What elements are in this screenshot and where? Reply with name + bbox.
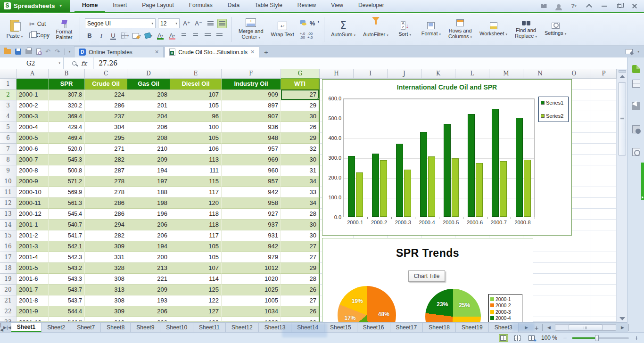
cell-G3[interactable]: 29: [281, 100, 320, 111]
collapse-ribbon-icon[interactable]: [585, 2, 593, 10]
save-icon[interactable]: [15, 49, 21, 55]
row-header-3[interactable]: 3: [0, 100, 17, 111]
decrease-font-icon[interactable]: A⁻: [194, 19, 203, 28]
cell-O16[interactable]: [557, 241, 591, 252]
cell-P13[interactable]: [591, 209, 617, 220]
column-header-M[interactable]: M: [489, 69, 523, 79]
more-options-icon[interactable]: ▾: [637, 50, 639, 54]
cell-P15[interactable]: [591, 230, 617, 241]
column-header-F[interactable]: F: [222, 69, 281, 79]
cell-C22[interactable]: 309: [85, 306, 127, 317]
cell-G6[interactable]: 29: [281, 133, 320, 144]
cell-F10[interactable]: 957: [222, 176, 281, 187]
cell-P11[interactable]: [591, 187, 617, 198]
cell-P12[interactable]: [591, 198, 617, 209]
cell-E12[interactable]: 120: [170, 198, 222, 209]
column-header-E[interactable]: E: [170, 69, 222, 79]
highlight-color-icon[interactable]: A▾: [167, 31, 177, 41]
select-tool-icon[interactable]: [632, 102, 640, 110]
cell-B12[interactable]: 561.3: [49, 198, 85, 209]
cell-D3[interactable]: 201: [127, 100, 170, 111]
undo-icon[interactable]: ↶: [45, 48, 50, 55]
column-header-G[interactable]: G: [281, 69, 320, 79]
qat-customize-icon[interactable]: ▾: [69, 50, 71, 54]
cell-G2[interactable]: 27: [281, 90, 320, 100]
cell-F18[interactable]: 1012: [222, 263, 281, 274]
cell-C14[interactable]: 294: [85, 220, 127, 230]
cell-B6[interactable]: 469.4: [49, 133, 85, 144]
cell-A21[interactable]: 2001-8: [17, 295, 49, 306]
cell-A16[interactable]: 2001-3: [17, 241, 49, 252]
align-left-icon[interactable]: [203, 31, 212, 41]
cell-A2[interactable]: 2000-1: [17, 90, 49, 100]
cell-C19[interactable]: 308: [85, 274, 127, 285]
cell-P10[interactable]: [591, 176, 617, 187]
cell-B10[interactable]: 571.2: [49, 176, 85, 187]
cell-B7[interactable]: 520.0: [49, 144, 85, 155]
cell-C1[interactable]: Crude Oil: [85, 79, 127, 90]
align-middle-icon[interactable]: [217, 19, 227, 28]
bar-Series1-2000-3[interactable]: [396, 144, 403, 217]
bar-Series1-2000-1[interactable]: [348, 156, 355, 217]
cell-F14[interactable]: 937: [222, 220, 281, 230]
cell-C5[interactable]: 304: [85, 122, 127, 133]
cell-F19[interactable]: 1020: [222, 274, 281, 285]
row-header-12[interactable]: 12: [0, 198, 17, 209]
cell-E18[interactable]: 107: [170, 263, 222, 274]
cell-A4[interactable]: 2000-3: [17, 111, 49, 122]
cell-C11[interactable]: 278: [85, 187, 127, 198]
row-header-4[interactable]: 4: [0, 111, 17, 122]
cell-B19[interactable]: 543.3: [49, 274, 85, 285]
cell-C23[interactable]: 313: [85, 317, 127, 322]
cell-D6[interactable]: 208: [127, 133, 170, 144]
sheet-tab-sheet18[interactable]: Sheet18: [423, 323, 456, 332]
cell-D16[interactable]: 194: [127, 241, 170, 252]
skin-icon[interactable]: [539, 2, 548, 10]
redo-icon[interactable]: ↷: [55, 48, 60, 55]
cell-P21[interactable]: [591, 295, 617, 306]
cell-G13[interactable]: 28: [281, 209, 320, 220]
cell-G5[interactable]: 26: [281, 122, 320, 133]
cell-O23[interactable]: [557, 317, 591, 322]
cell-P19[interactable]: [591, 274, 617, 285]
cell-D15[interactable]: 206: [127, 230, 170, 241]
close-button[interactable]: [630, 2, 638, 10]
new-tab-button[interactable]: +: [260, 46, 272, 57]
cell-P2[interactable]: [591, 90, 617, 100]
column-header-L[interactable]: L: [455, 69, 489, 79]
cell-O19[interactable]: [557, 274, 591, 285]
bar-Series2-2000-7[interactable]: [500, 161, 507, 217]
cell-E4[interactable]: 96: [170, 111, 222, 122]
row-header-6[interactable]: 6: [0, 133, 17, 144]
row-header-21[interactable]: 21: [0, 295, 17, 306]
row-header-10[interactable]: 10: [0, 176, 17, 187]
cell-B14[interactable]: 540.7: [49, 220, 85, 230]
select-all-corner[interactable]: [0, 69, 17, 79]
cell-D13[interactable]: 196: [127, 209, 170, 220]
print-preview-icon[interactable]: [36, 49, 41, 55]
help-icon[interactable]: ?▾: [570, 2, 578, 10]
bar-Series1-2000-2[interactable]: [372, 154, 379, 217]
cell-D10[interactable]: 197: [127, 176, 170, 187]
cell-D21[interactable]: 193: [127, 295, 170, 306]
cell-G8[interactable]: 30: [281, 155, 320, 165]
cell-P5[interactable]: [591, 122, 617, 133]
bar-Series2-2000-4[interactable]: [428, 156, 435, 217]
cell-P4[interactable]: [591, 111, 617, 122]
cell-A14[interactable]: 2001-1: [17, 220, 49, 230]
cell-E14[interactable]: 118: [170, 220, 222, 230]
cell-A10[interactable]: 2000-9: [17, 176, 49, 187]
cell-G19[interactable]: 28: [281, 274, 320, 285]
row-header-9[interactable]: 9: [0, 165, 17, 176]
cell-P14[interactable]: [591, 220, 617, 230]
cell-B22[interactable]: 544.4: [49, 306, 85, 317]
bar-Series1-2000-7[interactable]: [492, 109, 499, 217]
cell-B17[interactable]: 542.3: [49, 252, 85, 263]
cell-F16[interactable]: 942: [222, 241, 281, 252]
cell-O18[interactable]: [557, 263, 591, 274]
cell-E6[interactable]: 105: [170, 133, 222, 144]
cell-A3[interactable]: 2000-2: [17, 100, 49, 111]
cell-D20[interactable]: 209: [127, 285, 170, 295]
cell-F1[interactable]: Industry Oil: [222, 79, 281, 90]
column-header-O[interactable]: O: [557, 69, 591, 79]
